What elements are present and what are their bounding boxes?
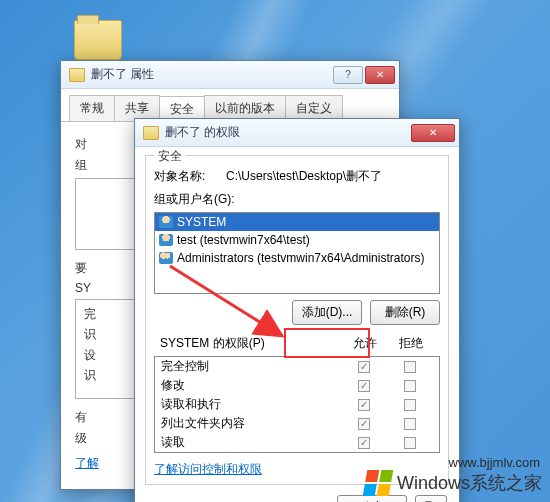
allow-checkbox[interactable] [358, 418, 370, 430]
user-name: test (testvmwin7x64\test) [177, 233, 310, 247]
permissions-titlebar[interactable]: 删不了 的权限 ✕ [135, 119, 459, 147]
help-button[interactable]: ? [333, 66, 363, 84]
deny-checkbox[interactable] [404, 361, 416, 373]
watermark-url: www.bjjmlv.com [449, 455, 541, 470]
properties-titlebar[interactable]: 删不了 属性 ? ✕ [61, 61, 399, 89]
perm-name: 列出文件夹内容 [161, 415, 341, 432]
users-label: 组或用户名(G): [154, 191, 440, 208]
watermark-text: Windows系统之家 [397, 471, 542, 495]
perm-row-read-execute: 读取和执行 [155, 395, 439, 414]
allow-checkbox[interactable] [358, 361, 370, 373]
ok-button[interactable]: 确定 [337, 495, 407, 502]
object-name-row: 对象名称: C:\Users\test\Desktop\删不了 [154, 168, 440, 185]
window-title: 删不了 属性 [91, 66, 331, 83]
remove-button[interactable]: 删除(R) [370, 300, 440, 325]
perm-name: 修改 [161, 377, 341, 394]
deny-checkbox[interactable] [404, 437, 416, 449]
permissions-window: 删不了 的权限 ✕ 安全 对象名称: C:\Users\test\Desktop… [134, 118, 460, 502]
user-icon [159, 216, 173, 228]
user-buttons-row: 添加(D)... 删除(R) [154, 300, 440, 325]
group-icon [159, 252, 173, 264]
user-item-test[interactable]: test (testvmwin7x64\test) [155, 231, 439, 249]
perm-row-read: 读取 [155, 433, 439, 452]
perm-row-modify: 修改 [155, 376, 439, 395]
user-icon [159, 234, 173, 246]
allow-checkbox[interactable] [358, 437, 370, 449]
deny-checkbox[interactable] [404, 418, 416, 430]
user-name: Administrators (testvmwin7x64\Administra… [177, 251, 424, 265]
user-name: SYSTEM [177, 215, 226, 229]
object-name-value: C:\Users\test\Desktop\删不了 [226, 168, 382, 185]
perm-name: 完全控制 [161, 358, 341, 375]
perm-row-list-folder: 列出文件夹内容 [155, 414, 439, 433]
deny-checkbox[interactable] [404, 380, 416, 392]
tab-general[interactable]: 常规 [69, 95, 115, 121]
deny-checkbox[interactable] [404, 399, 416, 411]
folder-icon [143, 126, 159, 140]
allow-checkbox[interactable] [358, 399, 370, 411]
folder-icon [74, 20, 122, 60]
group-title: 安全 [154, 148, 186, 165]
watermark: Windows系统之家 [365, 470, 542, 496]
object-name-label: 对象名称: [154, 168, 226, 185]
allow-header: 允许 [342, 335, 388, 352]
close-button[interactable]: ✕ [411, 124, 455, 142]
cancel-button[interactable]: 取 [415, 495, 447, 502]
allow-checkbox[interactable] [358, 380, 370, 392]
perm-name: 读取 [161, 434, 341, 451]
deny-header: 拒绝 [388, 335, 434, 352]
user-item-system[interactable]: SYSTEM [155, 213, 439, 231]
user-listbox[interactable]: SYSTEM test (testvmwin7x64\test) Adminis… [154, 212, 440, 294]
perm-row-full-control: 完全控制 [155, 357, 439, 376]
security-group: 安全 对象名称: C:\Users\test\Desktop\删不了 组或用户名… [145, 155, 449, 485]
windows-logo-icon [363, 470, 394, 496]
window-title: 删不了 的权限 [165, 124, 409, 141]
perm-name: 读取和执行 [161, 396, 341, 413]
permissions-table: 完全控制 修改 读取和执行 列出文件夹内容 读取 [154, 356, 440, 453]
add-button[interactable]: 添加(D)... [292, 300, 362, 325]
folder-icon [69, 68, 85, 82]
user-item-administrators[interactable]: Administrators (testvmwin7x64\Administra… [155, 249, 439, 267]
perm-title: SYSTEM 的权限(P) [160, 335, 342, 352]
close-button[interactable]: ✕ [365, 66, 395, 84]
